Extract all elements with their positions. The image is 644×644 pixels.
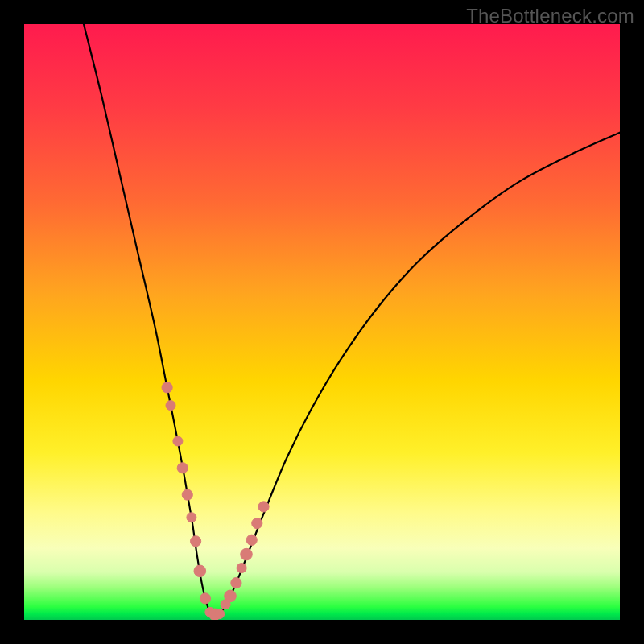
data-marker — [173, 436, 183, 446]
plot-area — [24, 24, 620, 620]
data-marker — [231, 578, 242, 588]
data-marker — [200, 593, 210, 604]
marker-group — [162, 382, 269, 620]
data-marker — [246, 535, 257, 545]
bottleneck-curve — [84, 24, 620, 616]
data-marker — [162, 382, 172, 393]
data-marker — [237, 564, 246, 573]
chart-root: TheBottleneck.com — [0, 0, 644, 644]
data-marker — [166, 401, 175, 411]
data-marker — [215, 609, 225, 619]
data-marker — [258, 502, 269, 512]
data-marker — [191, 536, 201, 547]
data-marker — [182, 489, 192, 500]
data-marker — [241, 548, 253, 560]
watermark-label: TheBottleneck.com — [466, 5, 634, 27]
data-marker — [225, 590, 237, 602]
chart-svg — [24, 24, 620, 620]
data-marker — [177, 463, 188, 473]
data-marker — [252, 518, 262, 529]
data-marker — [187, 513, 196, 522]
data-marker — [194, 565, 206, 577]
